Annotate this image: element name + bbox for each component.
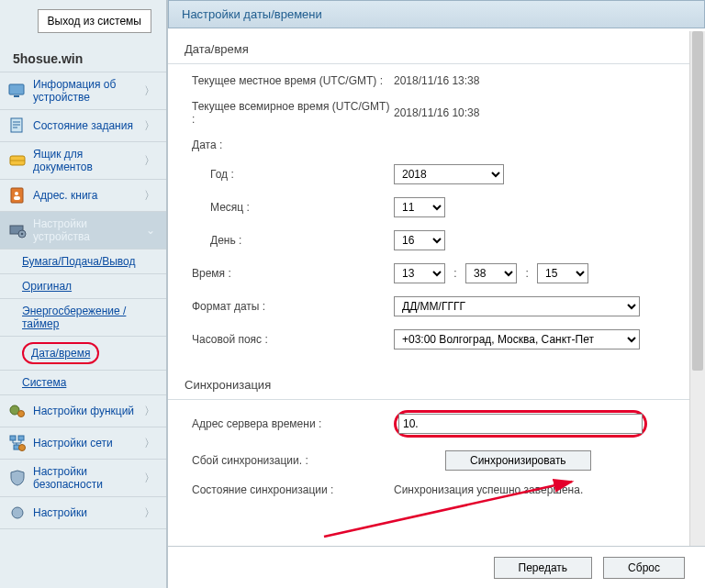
svg-rect-13 bbox=[10, 436, 16, 440]
row-sync-fail: Сбой синхронизации. : Синхронизировать bbox=[168, 444, 705, 477]
network-icon bbox=[7, 433, 28, 453]
date-label: Дата : bbox=[168, 139, 394, 151]
sub-item-datetime[interactable]: Дата/время bbox=[0, 337, 166, 371]
panel-title: Настройки даты/времени bbox=[168, 0, 705, 28]
time-label: Время : bbox=[168, 267, 394, 280]
footer-bar: Передать Сброс bbox=[168, 546, 705, 588]
host-label: 5hosue.win bbox=[0, 48, 166, 72]
sidebar-item-function-settings[interactable]: Настройки функций 〉 bbox=[0, 395, 166, 427]
year-label: Год : bbox=[168, 168, 394, 181]
sub-item-label: Бумага/Подача/Вывод bbox=[22, 255, 136, 268]
second-select[interactable]: 15 bbox=[537, 263, 588, 283]
sidebar-item-device-settings[interactable]: Настройки устройства ⌄ bbox=[0, 212, 166, 250]
sync-state-value: Синхронизация успешно завершена. bbox=[394, 483, 705, 496]
row-date: Дата : bbox=[168, 132, 705, 158]
world-time-value: 2018/11/16 10:38 bbox=[394, 106, 705, 119]
chevron-down-icon: ⌄ bbox=[146, 224, 159, 237]
timezone-select[interactable]: +03:00 Волгоград, Москва, Санкт-Пет bbox=[394, 329, 640, 349]
sidebar-item-address-book[interactable]: Адрес. книга 〉 bbox=[0, 180, 166, 212]
sidebar-item-settings[interactable]: Настройки 〉 bbox=[0, 497, 166, 529]
time-server-label: Адрес сервера времени : bbox=[168, 417, 394, 430]
row-local-time: Текущее местное время (UTC/GMT) : 2018/1… bbox=[168, 68, 705, 94]
chevron-right-icon: 〉 bbox=[144, 153, 159, 169]
page-icon bbox=[7, 116, 28, 136]
year-select[interactable]: 2018 bbox=[394, 164, 504, 184]
row-timezone: Часовой пояс : +03:00 Волгоград, Москва,… bbox=[168, 323, 705, 356]
colon-separator: : bbox=[448, 267, 462, 280]
row-sync-state: Состояние синхронизации : Синхронизация … bbox=[168, 477, 705, 503]
sidebar-item-label: Настройки bbox=[33, 506, 144, 519]
chevron-right-icon: 〉 bbox=[144, 505, 159, 521]
row-day: День : 16 bbox=[168, 224, 705, 257]
submit-button[interactable]: Передать bbox=[494, 557, 593, 579]
month-select[interactable]: 11 bbox=[394, 197, 445, 217]
sidebar-item-device-info[interactable]: Информация об устройстве 〉 bbox=[0, 72, 166, 110]
sidebar-item-doc-box[interactable]: Ящик для документов 〉 bbox=[0, 142, 166, 180]
day-select[interactable]: 16 bbox=[394, 230, 445, 250]
chevron-right-icon: 〉 bbox=[144, 118, 159, 134]
sync-fail-label: Сбой синхронизации. : bbox=[168, 454, 394, 467]
timezone-label: Часовой пояс : bbox=[168, 333, 394, 346]
row-server: Адрес сервера времени : bbox=[168, 404, 705, 444]
chevron-right-icon: 〉 bbox=[144, 404, 159, 419]
chevron-right-icon: 〉 bbox=[144, 83, 159, 99]
sub-item-energy[interactable]: Энергосбережение / таймер bbox=[0, 299, 166, 337]
reset-button[interactable]: Сброс bbox=[603, 557, 685, 579]
sidebar-item-network-settings[interactable]: Настройки сети 〉 bbox=[0, 427, 166, 460]
month-label: Месяц : bbox=[168, 201, 394, 214]
sidebar-item-label: Адрес. книга bbox=[33, 189, 144, 202]
logout-button[interactable]: Выход из системы bbox=[38, 9, 151, 33]
svg-rect-5 bbox=[11, 188, 23, 203]
sync-state-label: Состояние синхронизации : bbox=[168, 483, 394, 496]
svg-rect-0 bbox=[9, 84, 24, 94]
svg-point-12 bbox=[18, 411, 25, 417]
shield-icon bbox=[7, 468, 28, 488]
sidebar-sublist: Бумага/Подача/Вывод Оригинал Энергосбере… bbox=[0, 250, 166, 395]
chevron-right-icon: 〉 bbox=[144, 471, 159, 486]
sub-item-system[interactable]: Система bbox=[0, 371, 166, 395]
svg-point-17 bbox=[12, 507, 23, 518]
svg-point-16 bbox=[19, 445, 26, 451]
date-format-label: Формат даты : bbox=[168, 300, 394, 313]
drawer-icon bbox=[7, 150, 28, 171]
sub-item-label: Система bbox=[22, 376, 66, 389]
row-month: Месяц : 11 bbox=[168, 191, 705, 224]
gears-icon bbox=[7, 401, 28, 421]
world-time-label: Текущее всемирное время (UTC/GMT) : bbox=[168, 100, 394, 126]
section-datetime: Дата/время bbox=[168, 31, 705, 64]
sub-item-label: Энергосбережение / таймер bbox=[22, 305, 126, 330]
date-format-select[interactable]: ДД/ММ/ГГГГ bbox=[394, 296, 640, 316]
server-input-highlight bbox=[394, 410, 647, 438]
scrollbar-thumb[interactable] bbox=[692, 31, 703, 371]
logout-area: Выход из системы bbox=[0, 0, 166, 48]
sync-button[interactable]: Синхронизировать bbox=[445, 450, 591, 471]
sidebar-item-security-settings[interactable]: Настройки безопасности 〉 bbox=[0, 460, 166, 497]
minute-select[interactable]: 38 bbox=[465, 263, 517, 283]
row-year: Год : 2018 bbox=[168, 158, 705, 191]
book-icon bbox=[7, 185, 28, 205]
sidebar-item-label: Настройки сети bbox=[33, 437, 144, 449]
sidebar-item-label: Настройки безопасности bbox=[33, 465, 144, 491]
svg-point-6 bbox=[15, 192, 18, 195]
svg-rect-1 bbox=[14, 95, 19, 97]
time-server-input[interactable] bbox=[398, 414, 643, 434]
svg-point-10 bbox=[21, 233, 24, 236]
chevron-right-icon: 〉 bbox=[144, 188, 159, 204]
sidebar-item-label: Состояние задания bbox=[33, 119, 144, 132]
hour-select[interactable]: 13 bbox=[394, 263, 445, 283]
sidebar-item-label: Ящик для документов bbox=[33, 148, 144, 173]
sidebar-item-job-status[interactable]: Состояние задания 〉 bbox=[0, 110, 166, 142]
vertical-scrollbar[interactable] bbox=[689, 31, 705, 546]
sub-item-paper[interactable]: Бумага/Подача/Вывод bbox=[0, 250, 166, 274]
row-time: Время : 13 : 38 : 15 bbox=[168, 257, 705, 290]
sidebar-item-label: Настройки устройства bbox=[33, 217, 146, 243]
section-sync: Синхронизация bbox=[168, 360, 705, 400]
svg-rect-7 bbox=[14, 196, 20, 200]
monitor-icon bbox=[7, 81, 28, 101]
gear-icon bbox=[7, 503, 28, 523]
sub-item-original[interactable]: Оригинал bbox=[0, 274, 166, 299]
panel-content: Дата/время Текущее местное время (UTC/GM… bbox=[168, 31, 705, 546]
chevron-right-icon: 〉 bbox=[144, 436, 159, 451]
printer-gear-icon bbox=[7, 220, 28, 240]
row-world-time: Текущее всемирное время (UTC/GMT) : 2018… bbox=[168, 94, 705, 132]
